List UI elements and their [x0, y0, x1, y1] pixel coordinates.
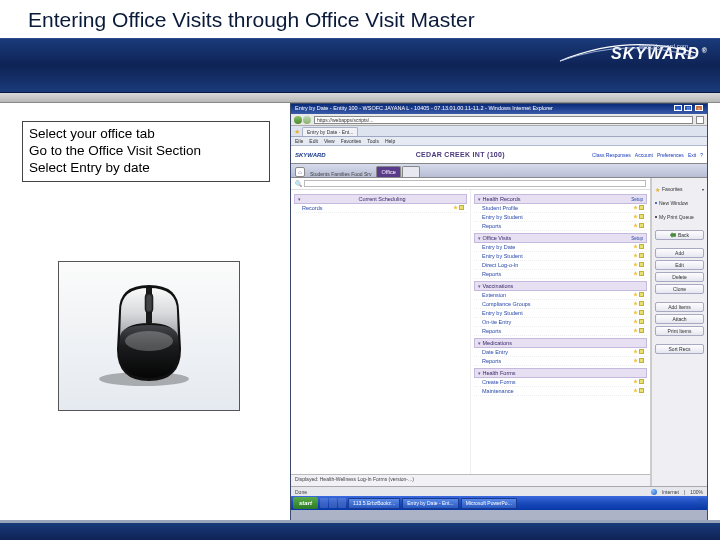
nav-item[interactable]: Reports	[474, 327, 647, 336]
note-icon[interactable]	[639, 301, 644, 306]
favorites-header[interactable]: ★Favorites▾	[655, 184, 704, 194]
taskbar-item[interactable]: Entry by Date - Ent...	[402, 498, 458, 509]
note-icon[interactable]	[639, 292, 644, 297]
star-icon[interactable]	[633, 319, 638, 324]
star-icon[interactable]	[633, 310, 638, 315]
menu-view[interactable]: View	[324, 137, 335, 145]
star-icon[interactable]	[453, 205, 458, 210]
edit-button[interactable]: Edit	[655, 260, 704, 270]
ql-icon[interactable]	[320, 498, 328, 508]
clone-button[interactable]: Clone	[655, 284, 704, 294]
maximize-button[interactable]: □	[684, 105, 692, 111]
tab-blank[interactable]	[402, 166, 420, 177]
nav-item[interactable]: On-tie Entry	[474, 318, 647, 327]
window-titlebar[interactable]: Entry by Date - Entity 100 - WSOFC JAYAN…	[291, 104, 707, 114]
nav-item[interactable]: Maintenance	[474, 387, 647, 396]
note-icon[interactable]	[639, 271, 644, 276]
nav-item[interactable]: Student Profile	[474, 204, 647, 213]
star-icon[interactable]	[633, 349, 638, 354]
taskbar-item[interactable]: Microsoft PowerPo...	[461, 498, 517, 509]
note-icon[interactable]	[639, 310, 644, 315]
star-icon[interactable]	[633, 205, 638, 210]
ql-icon[interactable]	[329, 498, 337, 508]
delete-button[interactable]: Delete	[655, 272, 704, 282]
attach-button[interactable]: Attach	[655, 314, 704, 324]
note-icon[interactable]	[639, 349, 644, 354]
nav-item[interactable]: Direct Log-o-In	[474, 261, 647, 270]
favorites-star-icon[interactable]: ★	[294, 128, 300, 136]
minimize-button[interactable]: –	[674, 105, 682, 111]
section-vaccinations[interactable]: ▾ Vaccinations	[474, 281, 647, 291]
browser-tab[interactable]: Entry by Date - Ent...	[302, 127, 358, 136]
star-icon[interactable]	[633, 262, 638, 267]
section-current-scheduling[interactable]: ▾Current Scheduling	[294, 194, 467, 204]
star-icon[interactable]	[633, 328, 638, 333]
setup-link[interactable]: Setup	[631, 236, 643, 241]
star-icon[interactable]	[633, 253, 638, 258]
nav-item[interactable]: Compliance Groups	[474, 300, 647, 309]
start-button[interactable]: start	[293, 497, 318, 509]
link-account[interactable]: Account	[635, 152, 653, 158]
note-icon[interactable]	[639, 262, 644, 267]
nav-item[interactable]: Entry by Student	[474, 309, 647, 318]
nav-back-icon[interactable]	[294, 116, 302, 124]
ql-icon[interactable]	[338, 498, 346, 508]
link-preferences[interactable]: Preferences	[657, 152, 684, 158]
note-icon[interactable]	[639, 253, 644, 258]
menu-edit[interactable]: Edit	[309, 137, 318, 145]
star-icon[interactable]	[633, 358, 638, 363]
taskbar-item[interactable]: 113.5.ErbzBookz...	[348, 498, 400, 509]
search-icon[interactable]	[696, 116, 704, 124]
star-icon[interactable]	[633, 301, 638, 306]
star-icon[interactable]	[633, 379, 638, 384]
star-icon[interactable]	[633, 388, 638, 393]
address-bar[interactable]: https://webapps/scripts/...	[314, 116, 693, 124]
note-icon[interactable]	[639, 379, 644, 384]
menu-file[interactable]: Eile	[295, 137, 303, 145]
note-icon[interactable]	[639, 214, 644, 219]
nav-item[interactable]: Reports	[474, 357, 647, 366]
section-health-forms[interactable]: ▾ Health Forms	[474, 368, 647, 378]
nav-item[interactable]: Date Entry	[474, 348, 647, 357]
nav-item[interactable]: Extension	[474, 291, 647, 300]
nav-item[interactable]: Reports	[474, 222, 647, 231]
system-tray[interactable]	[697, 498, 705, 509]
nav-item[interactable]: Create Forms	[474, 378, 647, 387]
menu-tools[interactable]: Tools	[367, 137, 379, 145]
home-icon[interactable]: ⌂	[295, 167, 305, 177]
section-health-records[interactable]: ▾ Health RecordsSetup	[474, 194, 647, 204]
note-icon[interactable]	[639, 319, 644, 324]
search-input[interactable]	[304, 180, 646, 187]
nav-item[interactable]: Reports	[474, 270, 647, 279]
note-icon[interactable]	[639, 244, 644, 249]
star-icon[interactable]	[633, 223, 638, 228]
menu-help[interactable]: Help	[385, 137, 395, 145]
my-print-queue-link[interactable]: My Print Queue	[655, 212, 704, 222]
setup-link[interactable]: Setup	[631, 197, 643, 202]
note-icon[interactable]	[639, 388, 644, 393]
note-icon[interactable]	[639, 223, 644, 228]
link-exit[interactable]: Exit	[688, 152, 696, 158]
nav-item[interactable]: Entry by Student	[474, 252, 647, 261]
star-icon[interactable]	[633, 214, 638, 219]
nav-forward-icon[interactable]	[303, 116, 311, 124]
add-items-button[interactable]: Add Items	[655, 302, 704, 312]
section-office-visits[interactable]: ▾ Office VisitsSetup	[474, 233, 647, 243]
tab-office[interactable]: Office	[376, 166, 400, 177]
nav-item-entry-by-date[interactable]: Entry by Date	[474, 243, 647, 252]
nav-item[interactable]: Entry by Student	[474, 213, 647, 222]
star-icon[interactable]	[633, 292, 638, 297]
add-button[interactable]: Add	[655, 248, 704, 258]
note-icon[interactable]	[639, 328, 644, 333]
new-window-link[interactable]: New Window	[655, 198, 704, 208]
star-icon[interactable]	[633, 271, 638, 276]
link-responses[interactable]: Class Responses	[592, 152, 631, 158]
star-icon[interactable]	[633, 244, 638, 249]
link-help[interactable]: ?	[700, 152, 703, 158]
note-icon[interactable]	[639, 358, 644, 363]
sort-recs-button[interactable]: Sort Recs	[655, 344, 704, 354]
close-button[interactable]: ×	[695, 105, 703, 111]
section-medications[interactable]: ▾ Medications	[474, 338, 647, 348]
search-icon[interactable]: 🔍	[295, 180, 302, 187]
note-icon[interactable]	[459, 205, 464, 210]
